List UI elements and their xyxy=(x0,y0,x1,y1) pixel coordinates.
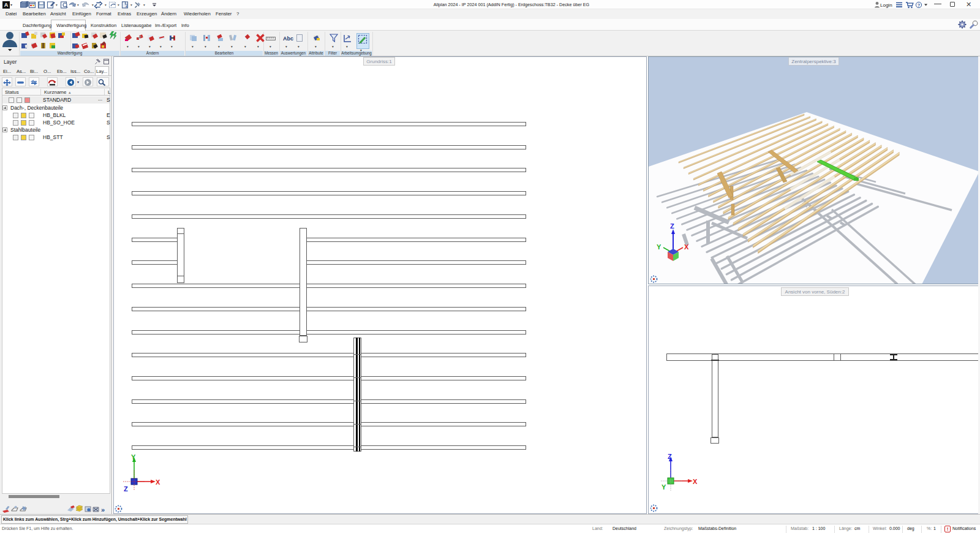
svg-text:Z: Z xyxy=(668,453,672,460)
svg-text:X: X xyxy=(156,478,160,486)
svg-text:X: X xyxy=(693,478,698,485)
svg-text:Y: Y xyxy=(662,483,666,491)
svg-text:Y: Y xyxy=(131,453,136,461)
svg-text:?: ? xyxy=(918,2,921,8)
svg-text:»: » xyxy=(101,506,105,513)
svg-text:Z: Z xyxy=(124,485,128,493)
svg-text:z: z xyxy=(126,4,127,8)
